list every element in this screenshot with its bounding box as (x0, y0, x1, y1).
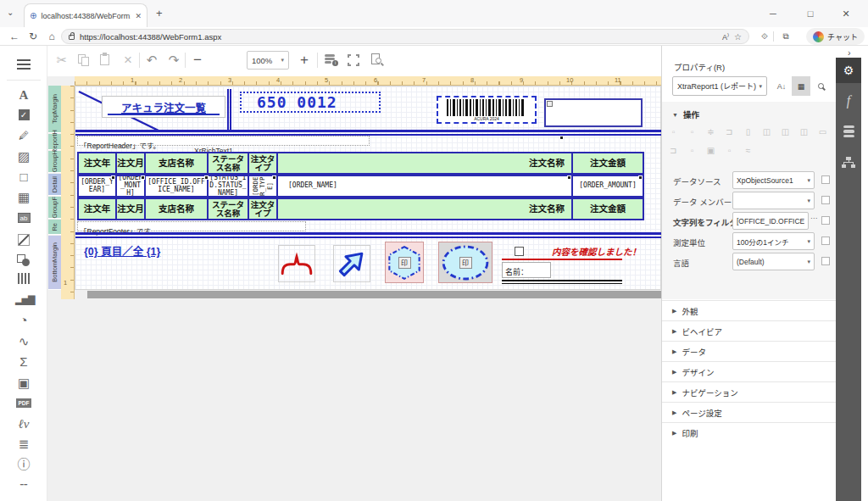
zoom-out-icon[interactable]: − (188, 51, 207, 70)
header-cell[interactable]: 注文年 (79, 153, 117, 173)
signature-line-2[interactable] (502, 283, 622, 284)
menu-hamburger-icon[interactable] (15, 56, 32, 73)
preview-icon[interactable] (368, 51, 387, 70)
refresh-icon[interactable]: ↻ (25, 29, 41, 44)
selection-handle[interactable] (272, 175, 276, 180)
selection-handle[interactable] (111, 175, 115, 180)
footer-cell[interactable]: 注文名称 (278, 199, 573, 219)
operations-section-header[interactable]: ▼ 操作 (672, 109, 699, 120)
section-design[interactable]: ▶デザイン (662, 361, 836, 381)
hexagon-stamp-control[interactable]: 印 (385, 242, 424, 283)
language-dropdown[interactable]: (Default)▾ (732, 253, 815, 270)
band-report-footer[interactable]: Re (48, 220, 61, 235)
field-cell[interactable]: [ORDER_AMOUNT] (573, 176, 643, 196)
section-behavior[interactable]: ▶ビヘイビア (662, 320, 836, 341)
toolbox-label-icon[interactable]: A (15, 86, 32, 103)
home-icon[interactable]: ⌂ (44, 29, 59, 44)
confirm-text-label[interactable]: 内容を確認しました！ (552, 245, 641, 258)
band-group-footer[interactable]: GroupF (48, 197, 61, 219)
zoom-level-dropdown[interactable]: 100% ▾ (247, 51, 289, 70)
selection-handle[interactable] (559, 136, 564, 140)
smart-tag-icon[interactable] (547, 101, 553, 107)
signature-line[interactable] (502, 280, 622, 281)
url-text[interactable]: https://localhost:44388/WebForm1.aspx (80, 32, 717, 42)
category-view-icon[interactable]: ▦ (792, 76, 810, 96)
toolbox-table-icon[interactable]: ▦ (15, 189, 32, 206)
selection-handle[interactable] (638, 175, 643, 180)
ellipsis-button[interactable]: ⋯ (810, 214, 817, 222)
collapse-panel-chevron-icon[interactable]: › (848, 47, 851, 58)
band-report-header[interactable]: ReportH (48, 134, 61, 150)
new-tab-button[interactable]: + (156, 7, 163, 19)
selection-handle[interactable] (204, 175, 209, 180)
field-cell[interactable]: [ORDER_NAME] (278, 176, 573, 196)
selection-handle[interactable] (141, 175, 145, 180)
toolbox-picture-icon[interactable]: ▨ (15, 148, 32, 165)
brace-shape-control[interactable] (278, 245, 315, 282)
sort-az-icon[interactable]: A↓ (772, 76, 791, 96)
band-top-margin[interactable]: TopMargin (48, 86, 61, 133)
toolbox-chart-icon[interactable]: ▂▅▇ (15, 291, 32, 308)
url-field[interactable]: https://localhost:44388/WebForm1.aspx A)… (61, 29, 749, 44)
empty-textbox-control[interactable] (544, 98, 643, 127)
header-cell[interactable]: ステータス名称 (209, 153, 249, 173)
red-underline[interactable] (502, 259, 622, 260)
window-close-button[interactable]: ✕ (839, 7, 853, 20)
validate-bindings-icon[interactable]: i (322, 51, 341, 70)
band-group-header[interactable]: GroupH (48, 151, 61, 173)
toolbox-pagebreak-icon[interactable]: ╌ (15, 476, 32, 493)
datamember-dropdown[interactable]: ▾ (732, 192, 815, 209)
section-print[interactable]: ▶印刷 (662, 422, 836, 443)
header-cell[interactable]: 注文月 (117, 153, 146, 173)
toolbox-signature-icon[interactable]: ℓv (15, 415, 32, 432)
expressions-tab-icon[interactable]: f (836, 88, 861, 114)
footer-cell[interactable]: 注文月 (117, 199, 146, 219)
toolbox-line-icon[interactable] (15, 231, 32, 248)
component-selector-dropdown[interactable]: XtraReport1 (レポート) ▾ (672, 76, 767, 96)
field-list-tab-icon[interactable] (836, 119, 861, 144)
toolbox-subreport-icon[interactable]: ▣ (15, 375, 32, 392)
toolbox-checkbox-icon[interactable]: ✓ (15, 107, 32, 124)
header-cell[interactable]: 支店名称 (146, 153, 209, 173)
properties-tab-gear-icon[interactable]: ⚙ (836, 58, 861, 83)
footer-cell[interactable]: 注文金額 (573, 199, 643, 219)
toolbox-sparkline-icon[interactable]: ∿ (15, 333, 32, 350)
toolbox-toc-icon[interactable]: ≣ (15, 436, 32, 453)
fullscreen-icon[interactable] (344, 51, 363, 70)
undo-icon[interactable]: ↶ (142, 51, 161, 70)
section-data[interactable]: ▶データ (662, 341, 836, 361)
report-footer-label[interactable]: 「ReportFooter」です。 (77, 221, 306, 231)
toolbox-pdf-content-icon[interactable]: PDF (15, 395, 32, 412)
copy-icon[interactable] (75, 51, 93, 70)
toolbox-shape-icon[interactable] (15, 252, 32, 269)
report-explorer-tab-icon[interactable] (836, 149, 861, 175)
toolbox-richtext-icon[interactable]: 🖉 (15, 127, 32, 144)
footer-cell[interactable]: 支店名称 (146, 199, 209, 219)
toolbox-pageinfo-icon[interactable]: ⓘ (15, 456, 32, 473)
copilot-chat-button[interactable]: チャット (806, 28, 865, 45)
browser-essentials-icon[interactable]: ⟐ (757, 29, 772, 44)
name-field-control[interactable]: 名前： (502, 262, 551, 278)
footer-cell[interactable]: ステータス名称 (209, 199, 249, 219)
confirm-checkbox-control[interactable] (515, 247, 524, 256)
vertical-separator-line[interactable] (227, 89, 231, 130)
report-header-label[interactable]: 「ReportHeader」です。 (77, 136, 370, 146)
prop-checkbox[interactable] (821, 175, 830, 184)
toolbox-barcode-icon[interactable] (15, 270, 32, 287)
field-cell[interactable]: [OFFICE_ID.OFFICE_NAME] (146, 176, 209, 196)
collections-icon[interactable]: ⧉ (778, 29, 793, 44)
counter-label[interactable]: 650 0012 (240, 92, 381, 113)
browser-tab[interactable]: ⊕ localhost:44388/WebForm1.aspx ✕ (24, 3, 147, 27)
field-cell[interactable]: [STATUS_ID.STATUS_NAME] (209, 176, 249, 196)
back-icon[interactable]: ← (7, 29, 22, 44)
header-cell[interactable]: 注文タイプ (249, 153, 278, 173)
measureunit-dropdown[interactable]: 100分の1インチ▾ (732, 232, 815, 250)
zoom-in-icon[interactable]: + (295, 51, 314, 70)
redo-icon[interactable]: ↷ (164, 51, 183, 70)
section-appearance[interactable]: ▶外観 (662, 300, 836, 320)
window-maximize-button[interactable]: □ (804, 7, 817, 20)
section-navigation[interactable]: ▶ナビゲーション (662, 381, 836, 402)
toolbox-gauge-icon[interactable]: ◔ (15, 312, 32, 329)
header-cell[interactable]: 注文金額 (573, 153, 643, 173)
prop-checkbox[interactable] (821, 216, 830, 225)
